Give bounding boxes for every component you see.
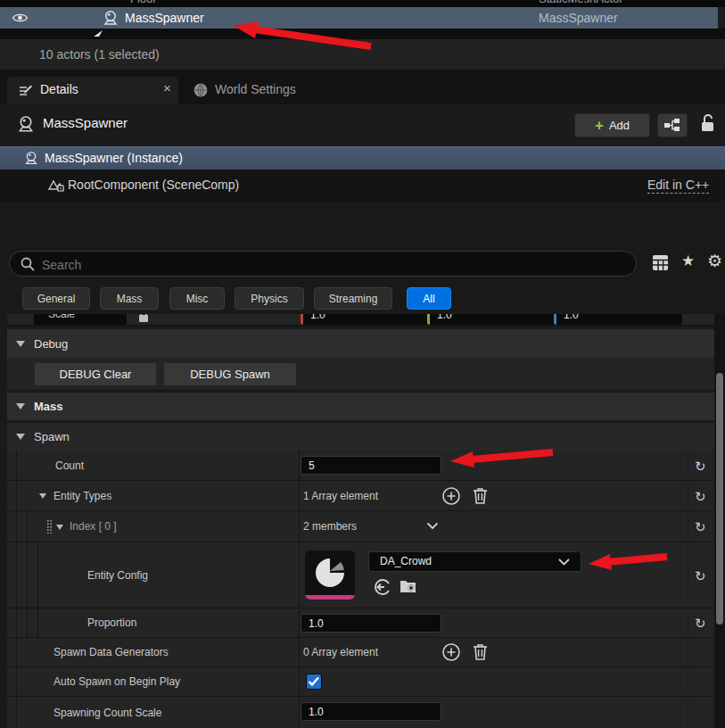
search-input[interactable] <box>40 253 614 276</box>
expander-arrow-icon[interactable] <box>16 434 25 440</box>
use-selected-asset-icon[interactable] <box>374 578 391 596</box>
row-debug-buttons: DEBUG Clear DEBUG Spawn <box>7 358 714 391</box>
filter-tab-all[interactable]: All <box>407 287 451 310</box>
tab-strip: Details × World Settings <box>0 70 725 104</box>
reset-to-default-icon[interactable]: ↺ <box>695 520 706 534</box>
scale-label-dropdown[interactable]: Scale <box>34 314 127 325</box>
debug-clear-button[interactable]: DEBUG Clear <box>34 362 157 386</box>
tab-details[interactable]: Details × <box>7 77 178 104</box>
filter-tab-mass[interactable]: Mass <box>100 287 159 310</box>
outliner-actor-type: MassSpawner <box>539 11 618 25</box>
component-row-root[interactable]: RootComponent (SceneComp) Edit in C++ <box>0 170 725 202</box>
count-input[interactable] <box>301 456 441 475</box>
header-spacer <box>0 202 725 246</box>
auto-spawn-label: Auto Spawn on Begin Play <box>54 675 180 688</box>
node-graph-icon <box>664 119 680 132</box>
asset-type-color-bar <box>305 595 355 600</box>
index-0-label: Index [ 0 ] <box>70 520 117 533</box>
debug-clear-label: DEBUG Clear <box>60 368 132 381</box>
filter-tab-general[interactable]: General <box>22 287 90 310</box>
delete-array-icon[interactable] <box>472 642 489 661</box>
actor-count-status: 10 actors (1 selected) <box>39 47 160 62</box>
row-index-0: Index [ 0 ] 2 members ↺ <box>7 511 714 542</box>
index-0-members: 2 members <box>303 520 357 533</box>
plus-icon: + <box>595 117 604 135</box>
display-grid-icon[interactable] <box>652 254 669 271</box>
filter-streaming-label: Streaming <box>329 293 378 305</box>
unlock-icon[interactable] <box>699 113 717 135</box>
outliner-row-massspawner[interactable]: MassSpawner MassSpawner <box>0 7 725 29</box>
scale-y-field[interactable]: 1.0 <box>427 314 556 325</box>
search-box[interactable] <box>9 251 637 277</box>
label-value-splitter[interactable] <box>299 451 300 728</box>
proportion-input[interactable] <box>301 614 441 633</box>
scrollbar-track[interactable] <box>714 314 725 728</box>
edit-in-cpp-link[interactable]: Edit in C++ <box>647 178 709 194</box>
filter-misc-label: Misc <box>186 293 209 305</box>
reset-to-default-icon[interactable]: ↺ <box>695 616 706 630</box>
blueprint-hierarchy-button[interactable] <box>657 113 688 137</box>
section-header-spawn[interactable]: Spawn <box>7 423 714 451</box>
settings-gear-icon[interactable]: ⚙ <box>707 251 722 271</box>
details-tab-label: Details <box>40 82 78 96</box>
add-component-button[interactable]: + Add <box>574 113 650 137</box>
row-entity-config: Entity Config DA_Crowd ↺ <box>7 542 714 608</box>
scale-z-field[interactable]: 1.0 <box>554 314 682 325</box>
browse-to-asset-icon[interactable] <box>400 578 419 595</box>
add-array-element-icon[interactable] <box>441 486 461 506</box>
clipped-actor-type: StaticMeshActor <box>539 0 623 5</box>
expander-arrow-icon[interactable] <box>39 493 46 499</box>
details-header: MassSpawner + Add <box>0 104 725 146</box>
section-header-mass[interactable]: Mass <box>7 393 714 420</box>
chevron-down-icon[interactable] <box>426 522 439 530</box>
reset-to-default-icon[interactable]: ↺ <box>695 489 706 502</box>
outliner-row-clipped[interactable]: Floor StaticMeshActor <box>0 0 725 7</box>
reset-to-default-icon[interactable]: ↺ <box>695 568 706 582</box>
instance-icon <box>23 151 39 166</box>
search-icon <box>21 257 35 271</box>
proportion-label: Proportion <box>87 616 136 629</box>
debug-section-label: Debug <box>34 337 68 351</box>
section-header-debug[interactable]: Debug <box>7 329 714 358</box>
filter-general-label: General <box>37 293 76 305</box>
unreal-details-panel: Floor StaticMeshActor MassSpawner MassSp… <box>0 0 725 728</box>
drag-handle-icon[interactable] <box>46 519 53 534</box>
reset-column-divider <box>688 451 688 728</box>
chevron-down-icon <box>558 558 570 566</box>
check-icon <box>308 676 320 687</box>
delete-array-icon[interactable] <box>472 486 489 505</box>
reset-to-default-icon[interactable]: ↺ <box>695 459 706 472</box>
count-label: Count <box>55 459 84 472</box>
filter-tab-physics[interactable]: Physics <box>235 287 304 310</box>
row-spawning-count-scale: Spawning Count Scale <box>7 697 714 728</box>
spawning-count-scale-input[interactable] <box>301 702 441 721</box>
asset-thumbnail[interactable] <box>305 550 355 600</box>
spawning-count-scale-label: Spawning Count Scale <box>54 707 161 719</box>
details-tab-icon <box>18 83 33 98</box>
filter-tab-streaming[interactable]: Streaming <box>314 287 392 310</box>
details-tab-close-icon[interactable]: × <box>163 80 171 95</box>
scale-x-field[interactable]: 1.0 <box>301 314 429 325</box>
root-component-label: RootComponent (SceneComp) <box>68 178 239 192</box>
component-row-instance[interactable]: MassSpawner (Instance) <box>0 146 725 170</box>
add-array-element-icon[interactable] <box>441 642 461 662</box>
auto-spawn-checkbox[interactable] <box>306 674 322 690</box>
scale-label: Scale <box>48 314 75 320</box>
debug-spawn-button[interactable]: DEBUG Spawn <box>163 362 297 386</box>
expander-arrow-icon[interactable] <box>56 525 63 530</box>
debug-spawn-label: DEBUG Spawn <box>190 368 270 381</box>
filter-tab-misc[interactable]: Misc <box>169 287 225 310</box>
data-asset-pie-icon <box>314 557 346 589</box>
row-auto-spawn: Auto Spawn on Begin Play <box>7 667 714 697</box>
filter-row: General Mass Misc Physics Streaming All <box>0 282 725 314</box>
expander-arrow-icon[interactable] <box>16 341 25 347</box>
expander-arrow-icon[interactable] <box>16 403 25 410</box>
entity-config-combobox[interactable]: DA_Crowd <box>368 551 581 572</box>
scrollbar-thumb[interactable] <box>716 373 723 625</box>
tab-world-settings[interactable]: World Settings <box>185 77 337 104</box>
visibility-eye-icon[interactable] <box>12 12 29 24</box>
instance-row-label: MassSpawner (Instance) <box>45 151 183 165</box>
outliner-actor-label: MassSpawner <box>125 11 204 25</box>
favorites-star-icon[interactable]: ★ <box>681 252 695 270</box>
scale-lock-icon[interactable] <box>137 314 152 324</box>
